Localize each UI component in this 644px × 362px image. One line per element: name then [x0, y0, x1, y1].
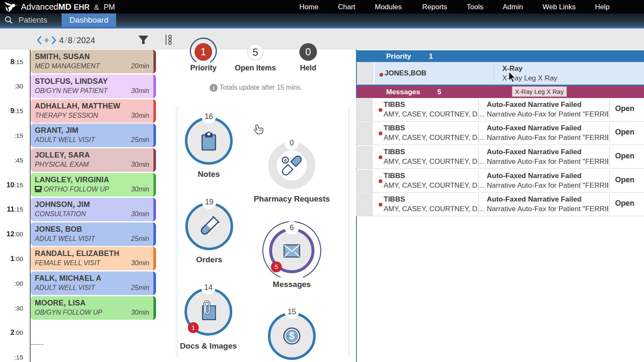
svg-text:$: $: [289, 331, 295, 341]
svg-text:e: e: [284, 158, 286, 163]
